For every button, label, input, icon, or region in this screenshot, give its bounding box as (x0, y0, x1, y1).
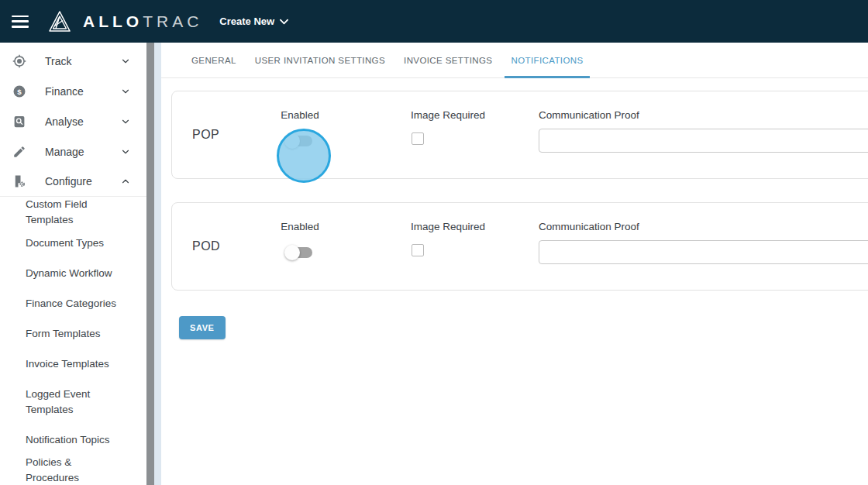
pencil-icon (12, 145, 26, 159)
brand-wordmark: ALLO TRAC (83, 12, 202, 31)
pod-card-title: POD (192, 239, 220, 253)
enabled-label: Enabled (261, 221, 339, 232)
app-header: ALLO TRAC Create New (0, 0, 868, 43)
target-icon (12, 54, 26, 68)
chevron-down-icon (280, 19, 288, 25)
allotrac-logo-icon (47, 9, 72, 34)
sidebar-subitem-logged-event-templates[interactable]: Logged Event Templates (0, 379, 136, 425)
scrollbar-thumb[interactable] (146, 43, 154, 485)
chevron-down-icon (120, 56, 131, 67)
sidebar-subitem-form-templates[interactable]: Form Templates (0, 318, 146, 349)
image-required-label: Image Required (411, 221, 485, 232)
communication-proof-label: Communication Proof (539, 221, 639, 232)
tab-notifications[interactable]: NOTIFICATIONS (505, 43, 589, 77)
sidebar-subitem-policies-procedures[interactable]: Policies & Procedures (0, 455, 146, 485)
sidebar-item-analyse[interactable]: Analyse (0, 106, 146, 136)
sidebar-subitem-notification-topics[interactable]: Notification Topics (0, 425, 146, 455)
sidebar-item-finance[interactable]: $ Finance (0, 76, 146, 106)
hamburger-menu-icon[interactable] (12, 15, 29, 28)
sidebar-subitem-invoice-templates[interactable]: Invoice Templates (0, 349, 146, 379)
communication-proof-label: Communication Proof (539, 109, 639, 121)
tab-general[interactable]: GENERAL (185, 43, 243, 77)
sidebar-item-label: Analyse (45, 115, 120, 128)
pop-card-title: POP (192, 128, 219, 142)
pod-enabled-toggle[interactable] (284, 245, 314, 260)
brand-bold-text: ALLO (83, 12, 143, 31)
notifications-content: POP Enabled Image Required Communication… (161, 78, 868, 484)
main-panel: GENERAL USER INVITATION SETTINGS INVOICE… (161, 43, 868, 485)
brand-light-text: TRAC (143, 12, 202, 31)
sidebar-item-manage[interactable]: Manage (0, 136, 146, 167)
pop-card: POP Enabled Image Required Communication… (171, 91, 868, 179)
chevron-down-icon (120, 146, 131, 157)
sidebar-item-label: Track (45, 55, 120, 67)
click-highlight-circle (277, 129, 331, 183)
svg-text:$: $ (17, 87, 22, 95)
sidebar-item-label: Configure (45, 175, 120, 187)
chevron-up-icon (120, 176, 131, 187)
pod-image-required-checkbox[interactable] (412, 244, 424, 256)
pod-card: POD Enabled Image Required Communication… (171, 202, 868, 291)
image-required-label: Image Required (411, 109, 485, 121)
sidebar-subitem-dynamic-workflow[interactable]: Dynamic Workflow (0, 258, 146, 288)
chevron-down-icon (120, 86, 131, 97)
sidebar-subitem-custom-field-templates[interactable]: Custom Field Templates (0, 197, 146, 228)
dollar-icon: $ (12, 84, 26, 98)
sidebar-item-label: Finance (45, 85, 120, 98)
settings-tabs: GENERAL USER INVITATION SETTINGS INVOICE… (161, 43, 868, 78)
sidebar-item-label: Manage (45, 146, 120, 158)
sidebar-subitem-finance-categories[interactable]: Finance Categories (0, 288, 146, 318)
pop-communication-proof-input[interactable] (539, 129, 868, 153)
sidebar-scrollbar[interactable] (146, 43, 154, 485)
tab-invoice-settings[interactable]: INVOICE SETTINGS (398, 43, 498, 77)
tab-user-invitation-settings[interactable]: USER INVITATION SETTINGS (249, 43, 391, 77)
pod-communication-proof-input[interactable] (539, 240, 868, 264)
sidebar-item-track[interactable]: Track (0, 46, 146, 76)
sidebar-subitem-document-types[interactable]: Document Types (0, 228, 146, 258)
enabled-label: Enabled (261, 109, 339, 121)
pop-image-required-checkbox[interactable] (412, 132, 424, 145)
building-gear-icon (12, 174, 26, 188)
toggle-knob (284, 245, 300, 260)
app-window: ALLO TRAC Create New Track (0, 0, 868, 485)
sidebar-item-configure[interactable]: Configure (0, 167, 146, 197)
create-new-dropdown[interactable]: Create New (219, 15, 288, 27)
sidebar: Track $ Finance (0, 43, 146, 485)
create-new-label: Create New (219, 15, 274, 27)
chevron-down-icon (120, 116, 131, 127)
panel-gutter (154, 43, 161, 485)
doc-search-icon (12, 115, 26, 129)
save-button[interactable]: SAVE (179, 316, 226, 339)
